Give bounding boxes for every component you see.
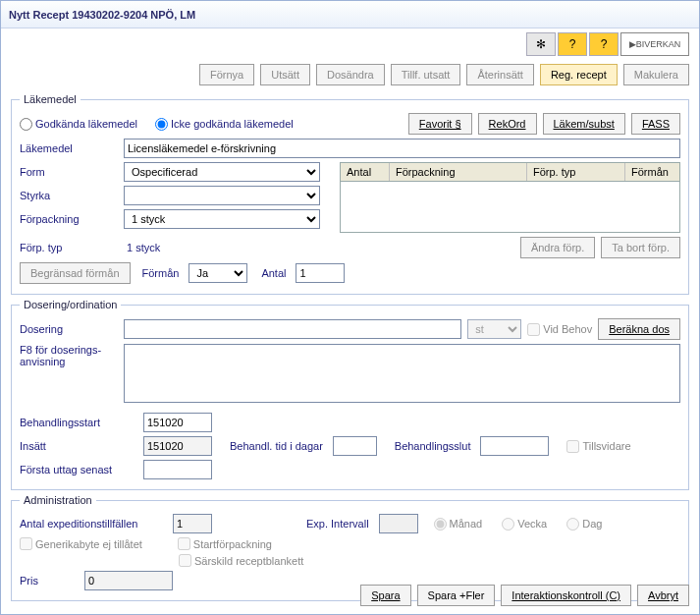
forsta-uttag-input[interactable] [143,460,212,479]
tillsvidare-check: Tillsvidare [566,440,630,453]
help-icon-2[interactable]: ? [589,32,619,56]
dosering-group: Dosering/ordination Dosering st Vid Beho… [11,299,689,490]
col-antal: Antal [341,163,390,181]
rekord-button[interactable]: RekOrd [478,113,537,135]
tillsvidare-input [566,440,579,453]
main-toolbar: Förnya Utsätt Dosändra Tillf. utsatt Åte… [1,58,699,89]
grid-header: Antal Förpackning Förp. typ Förmån [340,162,680,182]
tillf-utsatt-button: Tillf. utsatt [391,64,461,85]
radio-icke-label: Icke godkända läkemedel [171,118,294,130]
berakna-dos-button[interactable]: Beräkna dos [598,318,680,340]
grid-body[interactable] [340,182,680,233]
radio-vecka-input [502,518,514,531]
pris-input [84,571,173,590]
lbl-forpackning: Förpackning [20,213,118,225]
vid-behov-check: Vid Behov [527,323,592,336]
radio-dag-label: Dag [582,518,602,530]
sarskild-check: Särskild receptblankett [179,554,303,567]
tillsvidare-label: Tillsvidare [582,440,630,452]
begransad-forman-button: Begränsad förmån [20,262,131,284]
sarskild-label: Särskild receptblankett [194,555,303,567]
lbl-antal: Antal [261,267,286,279]
behtid-input[interactable] [333,436,377,456]
fornya-button: Förnya [199,64,254,85]
radio-manad-label: Månad [450,518,483,530]
exp-intervall-input [379,514,418,533]
generika-label: Generikabyte ej tillåtet [35,538,142,550]
dosering-textarea[interactable] [124,344,680,403]
lakem-subst-button[interactable]: Läkem/subst [543,113,625,135]
behandlingsstart-input[interactable] [143,413,212,432]
antal-input[interactable] [296,263,345,283]
lbl-forp-typ: Förp. typ [20,242,118,253]
reg-recept-button[interactable]: Reg. recept [540,64,618,85]
lbl-dosering: Dosering [20,323,118,335]
col-forman: Förmån [625,163,679,181]
lbl-exp-intervall: Exp. Intervall [306,518,369,530]
lbl-styrka: Styrka [20,190,118,201]
spara-button[interactable]: Spara [360,585,410,606]
admin-legend: Administration [20,494,96,506]
radio-godkanda-input[interactable] [20,118,32,131]
radio-godkanda-label: Godkända läkemedel [35,118,137,130]
lbl-forsta-uttag: Första uttag senast [20,464,137,475]
lakemedel-group: Läkemedel Godkända läkemedel Icke godkän… [11,93,689,295]
radio-manad: Månad [434,518,483,531]
fass-button[interactable]: FASS [631,113,680,135]
startforp-label: Startförpackning [193,538,272,550]
startforp-check: Startförpackning [178,537,272,550]
makulera-button: Makulera [623,64,689,85]
lbl-exp-tillf: Antal expeditionstillfällen [20,518,167,530]
lbl-behtid: Behandl. tid i dagar [230,440,323,452]
footer-buttons: Spara Spara +Fler Interaktionskontroll (… [360,585,689,606]
forman-select[interactable]: Ja [188,263,247,283]
insatt-input [143,436,212,456]
window-title: Nytt Recept 19430202-9204 NPÖ, LM [1,1,699,28]
radio-vecka: Vecka [502,518,547,531]
dosering-unit-select: st [467,319,521,339]
radio-icke-godkanda[interactable]: Icke godkända läkemedel [155,118,294,131]
spara-fler-button[interactable]: Spara +Fler [417,585,496,606]
col-forp-typ: Förp. typ [527,163,625,181]
ta-bort-forp-button: Ta bort förp. [601,237,680,258]
lbl-behandlingsstart: Behandlingsstart [20,417,137,428]
forpackning-select[interactable]: 1 styck [124,209,320,229]
lakemedel-legend: Läkemedel [20,93,81,105]
dosering-hint: F8 för doserings-anvisning [20,344,118,367]
biverkan-button[interactable]: ▶ BIVERKAN [620,32,689,56]
radio-dag: Dag [566,518,602,531]
styrka-select[interactable] [124,186,320,205]
generika-input [20,537,32,550]
dosering-legend: Dosering/ordination [20,299,121,310]
favorit-button[interactable]: Favorit § [408,113,472,135]
radio-dag-input [566,518,579,531]
help-icon-1[interactable]: ? [558,32,587,56]
aterinsatt-button: Återinsätt [466,64,533,85]
dosandra-button: Dosändra [316,64,385,85]
lbl-behslut: Behandlingsslut [395,440,471,452]
snowflake-icon: ✻ [526,32,556,56]
radio-manad-input [434,518,447,531]
vid-behov-label: Vid Behov [543,323,592,335]
behslut-input[interactable] [480,436,549,456]
lbl-lakemedel: Läkemedel [20,142,118,154]
radio-vecka-label: Vecka [517,518,547,530]
radio-godkanda[interactable]: Godkända läkemedel [20,118,137,131]
generika-check: Generikabyte ej tillåtet [20,537,142,550]
vid-behov-input [527,323,540,336]
exp-tillf-input [173,514,212,533]
col-forpackning: Förpackning [390,163,527,181]
lbl-pris: Pris [20,575,79,587]
avbryt-button[interactable]: Avbryt [637,585,689,606]
startforp-input [178,537,190,550]
top-icon-bar: ✻ ? ? ▶ BIVERKAN [526,32,689,56]
lakemedel-input[interactable] [124,139,680,158]
lbl-form: Form [20,166,118,178]
forp-typ-value [124,238,320,257]
lbl-insatt: Insätt [20,440,137,452]
form-select[interactable]: Ospecificerad [124,162,320,182]
sarskild-input [179,554,191,567]
radio-icke-input[interactable] [155,118,168,131]
dosering-input[interactable] [124,319,461,339]
interaktionskontroll-button[interactable]: Interaktionskontroll (C) [501,585,631,606]
